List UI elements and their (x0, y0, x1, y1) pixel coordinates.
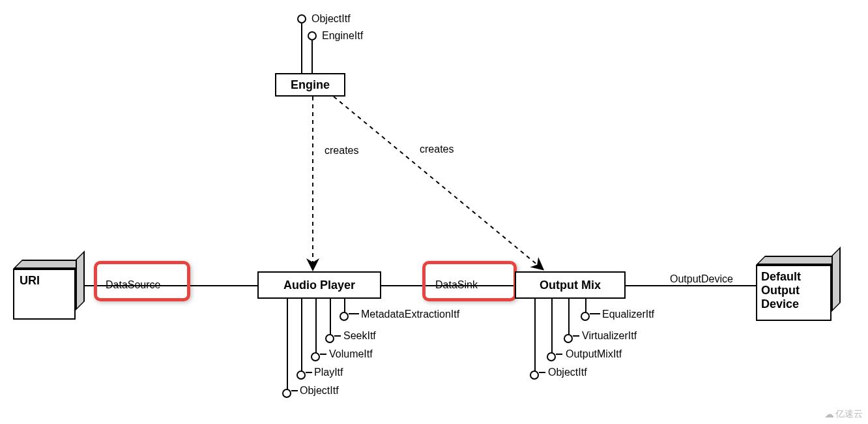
cloud-icon: ☁ (824, 408, 834, 420)
itf-objectitf (297, 14, 306, 23)
audioplayer-box: Audio Player (257, 271, 381, 299)
creates-label-1: creates (325, 145, 358, 157)
ap-itf-1: SeekItf (343, 330, 376, 342)
circle-icon (325, 334, 334, 343)
outputmix-label: Output Mix (540, 279, 601, 292)
datasource-label: DataSource (106, 279, 161, 291)
engine-itf-0-label: ObjectItf (311, 13, 351, 25)
om-itf-2: OutputMixItf (566, 348, 622, 360)
circle-icon (297, 371, 306, 380)
watermark-text: 亿速云 (835, 408, 863, 420)
itf-engineitf (308, 31, 317, 40)
engine-label: Engine (291, 78, 330, 92)
circle-icon (311, 352, 320, 361)
ap-itf-3: PlayItf (314, 367, 343, 378)
circle-icon (282, 389, 291, 398)
ap-itf-0: MetadataExtractionItf (361, 309, 459, 320)
watermark: ☁ 亿速云 (824, 408, 863, 420)
om-itf-3: ObjectItf (548, 367, 587, 378)
om-itf-1: VirtualizerItf (582, 330, 637, 342)
circle-icon (530, 371, 539, 380)
datasink-label: DataSink (435, 279, 478, 291)
uri-label: URI (20, 274, 40, 288)
creates-label-2: creates (420, 144, 454, 155)
itf-line-2 (311, 40, 313, 73)
default-output-device-label: Default Output Device (761, 270, 801, 311)
circle-icon (564, 334, 573, 343)
circle-icon (340, 312, 349, 321)
connection-lines (0, 0, 868, 424)
audioplayer-label: Audio Player (283, 279, 355, 292)
om-itf-0: EqualizerItf (602, 309, 654, 320)
itf-line-1 (301, 23, 302, 73)
ap-itf-4: ObjectItf (300, 385, 339, 397)
engine-box: Engine (275, 73, 345, 97)
circle-icon (581, 312, 590, 321)
engine-itf-1-label: EngineItf (322, 30, 363, 42)
circle-icon (297, 14, 306, 23)
circle-icon (547, 352, 556, 361)
circle-icon (308, 31, 317, 40)
ap-itf-2: VolumeItf (329, 348, 373, 360)
uri-cube: URI (13, 260, 89, 318)
outputmix-box: Output Mix (515, 271, 626, 299)
svg-line-1 (334, 97, 542, 269)
default-output-device-cube: Default Output Device (756, 256, 847, 320)
outputdevice-label: OutputDevice (670, 273, 733, 285)
